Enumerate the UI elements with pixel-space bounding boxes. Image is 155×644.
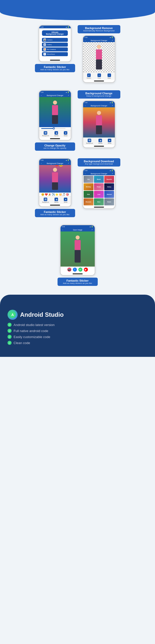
opacity-bg-label: Background (42, 135, 49, 136)
sticker-emoji-5[interactable]: 🌟 (55, 193, 58, 196)
save-phone-col: 9:30 ▲ 🔋 ← Save Image ✓ 📷 (58, 225, 98, 286)
feature-text-1: Android studio latest version (14, 323, 55, 327)
feature-bullet-3: ✓ (8, 335, 12, 339)
bgchange-toolbar-opacity[interactable]: ◑ Opacity (98, 139, 102, 144)
done-icon[interactable]: ✓ (112, 39, 113, 41)
bg-cat-abstract[interactable]: Abstract (104, 191, 114, 198)
bg-cat-galaxy-label: Galaxy (107, 186, 111, 188)
bg-cat-beach[interactable]: Beach (94, 176, 104, 183)
erase-icon: ✂ (97, 73, 101, 77)
app-title: Ultimate (44, 31, 65, 33)
person-body-5 (75, 240, 81, 250)
sticker-emoji-7[interactable]: 🎵 (62, 193, 65, 196)
back-icon-4[interactable]: ← (85, 105, 86, 107)
opacity-label-sub: use to change the opacity (38, 147, 72, 149)
bg-cat-beautiful[interactable]: Beautiful (104, 176, 114, 183)
bg-remove-status: 9:30 ▲ 🔋 (83, 36, 115, 39)
person-figure-2 (52, 101, 58, 124)
share-icons-row: 📷 f W ▶ (61, 267, 95, 273)
sticker-feature-label: Fantastic Sticker Add as many stickers a… (35, 209, 75, 217)
bg-cat-forest[interactable]: Kids (84, 191, 93, 198)
done-icon-3[interactable]: ✓ (68, 94, 69, 96)
bg-cat-flower-label: Flower (97, 186, 101, 188)
done-icon-7[interactable]: ✓ (91, 229, 93, 231)
person-head-1 (97, 45, 101, 49)
home-feature-label: Fantastic Sticker Add as many stickers a… (35, 64, 75, 72)
sticker-opacity-label: Opacity (54, 201, 59, 203)
opacity-image-area (39, 97, 71, 127)
person-body-1 (96, 49, 102, 59)
sticker-toolbar-sticker[interactable]: ★ Sticker (64, 198, 68, 203)
toolbar-btn-add[interactable]: + Adjust (108, 73, 111, 79)
menu-camera[interactable]: 📷 Camera (42, 38, 68, 42)
bgdownload-col: Background Download Any type background … (78, 158, 120, 209)
sticker-emoji-6[interactable]: 💥 (59, 193, 62, 196)
bg-cat-flower[interactable]: Flower (94, 183, 104, 190)
sticker-toolbar-opacity[interactable]: ◑ Opacity (54, 198, 59, 203)
bgchange-image-area (83, 107, 115, 137)
row-opacity-bgchange: 9:30 ▲ 🔋 ← Background Changer ✓ (5, 90, 150, 151)
bg-remove-header: ← Background Changer ✓ (83, 39, 115, 42)
sticker-emoji-2[interactable]: ❤️ (45, 193, 48, 196)
done-icon-4[interactable]: ✓ (112, 105, 113, 107)
opacity-toolbar-opacity[interactable]: ◑ Opacity (54, 131, 59, 136)
menu-more[interactable]: ℹ More/About (42, 52, 68, 56)
sticker-emoji-4[interactable]: ✈️ (52, 193, 55, 196)
person-legs-1 (96, 59, 102, 69)
sticker-toolbar-bg[interactable]: 🖼 Background (42, 198, 49, 203)
menu-gallery[interactable]: 🖼 Gallery (42, 43, 68, 47)
bgdownload-icons: ▲ 🔋 (110, 170, 113, 171)
menu-creations[interactable]: 🎨 My Creations (42, 47, 68, 51)
section-home-and-remove: 9:30 ▲ 🔋 Ultimate Background Changer 📷 C… (0, 23, 155, 88)
back-icon-6[interactable]: ← (85, 173, 86, 175)
share-facebook[interactable]: f (73, 268, 77, 272)
bgdownload-sub: Any type background download (81, 163, 117, 165)
sticker-status: 9:30 ▲ 🔋 (39, 159, 71, 162)
bg-cat-birthday[interactable]: Birthday (84, 183, 93, 190)
bg-cat-city[interactable]: City (84, 176, 93, 183)
save-time: 9:30 (62, 226, 65, 227)
share-youtube[interactable]: ▶ (84, 268, 88, 272)
toolbar-btn-restore[interactable]: ↺ Restore (87, 73, 91, 79)
bg-cat-love[interactable]: Love (94, 191, 104, 198)
person-figure-3 (96, 111, 102, 134)
feature-item-1: ✓ Android studio latest version (8, 323, 147, 327)
slider-fill (41, 128, 54, 129)
sticker-label: Sticker (64, 201, 68, 203)
opacity-toolbar-bg[interactable]: 🖼 Background (42, 131, 49, 136)
opacity-toolbar-sticker[interactable]: ★ Sticker (64, 131, 68, 136)
bg-cat-galaxy[interactable]: Galaxy (104, 183, 114, 190)
share-instagram[interactable]: 📷 (67, 268, 71, 272)
bg-cat-bokeh[interactable]: More (94, 198, 104, 205)
bg-remove-phone: 9:30 ▲ 🔋 ← Background Changer ✓ (83, 35, 115, 83)
opacity-icons: ▲ 🔋 (66, 91, 69, 93)
bgchange-toolbar-sticker[interactable]: ★ Sticker (108, 139, 112, 144)
bg-cat-more[interactable]: Bokeh (104, 198, 114, 205)
toolbar-btn-erase[interactable]: ✂ Erase (97, 73, 101, 79)
opacity-phone-col: 9:30 ▲ 🔋 ← Background Changer ✓ (35, 90, 75, 151)
sticker-emoji-3[interactable]: 🎉 (48, 193, 51, 196)
add-bg-label: Adjust (108, 77, 111, 79)
slider-thumb[interactable] (53, 127, 55, 129)
sticker-emoji-8[interactable]: 🎯 (66, 193, 69, 196)
back-icon[interactable]: ← (85, 40, 86, 41)
person-head-4 (53, 168, 57, 172)
back-icon-5[interactable]: ← (41, 163, 42, 164)
opacity-label-title: Change Opacity (38, 144, 72, 147)
camera-icon: 📷 (43, 39, 46, 41)
done-icon-5[interactable]: ✓ (68, 162, 69, 164)
back-icon-7[interactable]: ← (62, 229, 64, 231)
share-whatsapp[interactable]: W (78, 268, 82, 272)
done-icon-6[interactable]: ✓ (112, 173, 113, 175)
bg-cat-mountain[interactable]: Mountain (84, 198, 93, 205)
back-icon-3[interactable]: ← (41, 95, 42, 96)
add-bg-icon: + (108, 73, 111, 77)
sticker-emoji-1[interactable]: 😊 (41, 193, 44, 196)
sticker-phone-col: 9:30 ▲ 🔋 ← Background Changer ✓ ❤️😊 (35, 158, 75, 217)
sticker-icon: ★ (64, 198, 67, 201)
opacity-icon: ◑ (55, 131, 58, 135)
top-wave-decoration (0, 0, 155, 20)
nav-bar-7 (73, 273, 83, 274)
opacity-slider[interactable] (39, 127, 68, 130)
bgchange-toolbar-bg[interactable]: 🖼 Background (86, 139, 93, 144)
